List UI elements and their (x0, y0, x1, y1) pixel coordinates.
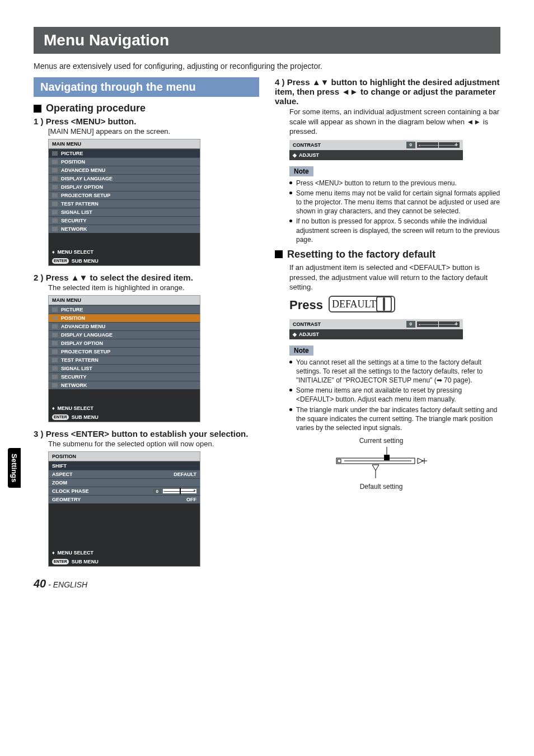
step-1-line: 1 ) Press <MENU> button. (34, 116, 259, 126)
default-setting-label: Default setting (320, 483, 443, 491)
osd-row: DISPLAY LANGUAGE (49, 330, 200, 339)
updown-icon: ♦ (52, 249, 55, 255)
adjust-label: ADJUST (299, 152, 319, 158)
side-tab-settings: Settings (8, 448, 21, 488)
security-icon (52, 218, 58, 223)
reset-body: If an adjustment item is selected and <D… (289, 263, 500, 292)
advanced-icon (52, 324, 58, 329)
notes-list-1: Press <MENU> button to return to the pre… (289, 179, 500, 244)
page-footer: 40 - ENGLISH (34, 577, 87, 590)
note-item: Some menu items may not be valid for cer… (289, 189, 500, 216)
projector-setup-icon (52, 193, 58, 198)
osd-row: PROJECTOR SETUP (49, 191, 200, 199)
osd-row: TEST PATTERN (49, 199, 200, 208)
osd-row: SECURITY (49, 216, 200, 225)
footer-lang: - ENGLISH (48, 580, 87, 589)
osd-header: MAIN MENU (49, 139, 200, 149)
press-default-illustration: Press DEFAULT (289, 296, 500, 312)
enter-pill-icon: ENTER (52, 258, 69, 264)
osd-row-geometry: GEOMETRYOFF (49, 495, 200, 503)
display-option-icon (52, 341, 58, 346)
osd-row: DISPLAY OPTION (49, 339, 200, 347)
picture-icon (52, 151, 58, 156)
contrast-value: 0 (406, 142, 415, 148)
picture-icon (52, 307, 58, 312)
osd-row: SIGNAL LIST (49, 364, 200, 372)
osd-row: PICTURE (49, 305, 200, 314)
intro-text: Menus are extensively used for configuri… (34, 62, 500, 71)
note-item: Some menu items are not available to res… (289, 386, 500, 404)
contrast-label: CONTRAST (293, 321, 321, 327)
step-1-sub: [MAIN MENU] appears on the screen. (48, 127, 259, 136)
security-icon (52, 375, 58, 379)
osd-row: DISPLAY LANGUAGE (49, 174, 200, 183)
osd-row: POSITION (49, 157, 200, 166)
page-title: Menu Navigation (34, 27, 500, 54)
step-4-line: 4 ) Press ▲▼ button to highlight the des… (275, 77, 500, 106)
svg-rect-4 (384, 455, 390, 460)
language-icon (52, 176, 58, 181)
osd-main-2: MAIN MENU PICTURE POSITION ADVANCED MENU… (48, 295, 200, 422)
language-icon (52, 333, 58, 337)
osd-row-zoom: ZOOM (49, 478, 200, 487)
step-4: 4 ) Press ▲▼ button to highlight the des… (275, 77, 500, 160)
osd-header: MAIN MENU (49, 296, 200, 305)
osd-row: PROJECTOR SETUP (49, 347, 200, 356)
leftright-icon: ◆ (293, 332, 297, 337)
step-4-sub: For some items, an individual adjustment… (289, 107, 500, 137)
setting-diagram: Current setting Default setting (320, 437, 443, 491)
leftright-icon: ◆ (293, 152, 297, 158)
osd-header: POSITION (49, 452, 200, 461)
adjust-label: ADJUST (299, 332, 319, 337)
current-setting-label: Current setting (320, 437, 443, 445)
osd-row-position-hl: POSITION (49, 314, 200, 322)
osd-row-clock: CLOCK PHASE 0 -+ (49, 487, 200, 495)
osd-row-picture: PICTURE (49, 149, 200, 157)
network-icon (52, 383, 58, 388)
step-1: 1 ) Press <MENU> button. [MAIN MENU] app… (34, 116, 259, 266)
osd-row: ADVANCED MENU (49, 166, 200, 174)
signal-list-icon (52, 210, 58, 214)
updown-icon: ♦ (52, 405, 55, 411)
enter-pill-icon: ENTER (52, 559, 69, 564)
notes-list-2: You cannot reset all the settings at a t… (289, 358, 500, 433)
resetting-heading: Resetting to the factory default (275, 249, 500, 260)
press-label: Press (289, 298, 323, 312)
osd-row: SIGNAL LIST (49, 208, 200, 216)
osd-position: POSITION SHIFT ASPECTDEFAULT ZOOM CLOCK … (48, 451, 200, 567)
osd-row: NETWORK (49, 381, 200, 389)
note-item: Press <MENU> button to return to the pre… (289, 179, 500, 188)
contrast-label: CONTRAST (293, 142, 321, 148)
contrast-bar-1: CONTRAST 0 -+ ◆ADJUST (289, 140, 463, 160)
advanced-icon (52, 168, 58, 172)
svg-rect-2 (338, 459, 341, 463)
osd-row: ADVANCED MENU (49, 322, 200, 330)
osd-row: DISPLAY OPTION (49, 183, 200, 191)
step-3: 3 ) Press <ENTER> button to establish yo… (34, 429, 259, 567)
display-option-icon (52, 185, 58, 189)
svg-marker-8 (372, 465, 379, 470)
network-icon (52, 227, 58, 231)
signal-list-icon (52, 366, 58, 371)
page-number: 40 (34, 577, 46, 590)
enter-pill-icon: ENTER (52, 414, 69, 420)
note-label-1: Note (289, 166, 313, 176)
position-icon (52, 316, 58, 320)
note-item: If no button is pressed for approx. 5 se… (289, 217, 500, 244)
position-icon (52, 160, 58, 164)
nav-heading: Navigating through the menu (34, 77, 259, 97)
step-3-line: 3 ) Press <ENTER> button to establish yo… (34, 429, 259, 438)
osd-row: NETWORK (49, 225, 200, 233)
contrast-bar-2: CONTRAST 0 -+ ◆ADJUST (289, 319, 463, 339)
projector-setup-icon (52, 349, 58, 354)
note-item: The triangle mark under the bar indicate… (289, 405, 500, 433)
slider-diagram-icon (331, 447, 432, 480)
step-3-sub: The submenu for the selected option will… (48, 440, 259, 448)
osd-row-aspect: ASPECTDEFAULT (49, 470, 200, 478)
osd-row-shift: SHIFT (49, 461, 200, 470)
test-pattern-icon (52, 202, 58, 206)
contrast-value: 0 (406, 321, 415, 328)
default-button-icon: DEFAULT (329, 296, 395, 312)
osd-main-1: MAIN MENU PICTURE POSITION ADVANCED MENU… (48, 139, 200, 266)
step-2-line: 2 ) Press ▲▼ to select the desired item. (34, 273, 259, 282)
